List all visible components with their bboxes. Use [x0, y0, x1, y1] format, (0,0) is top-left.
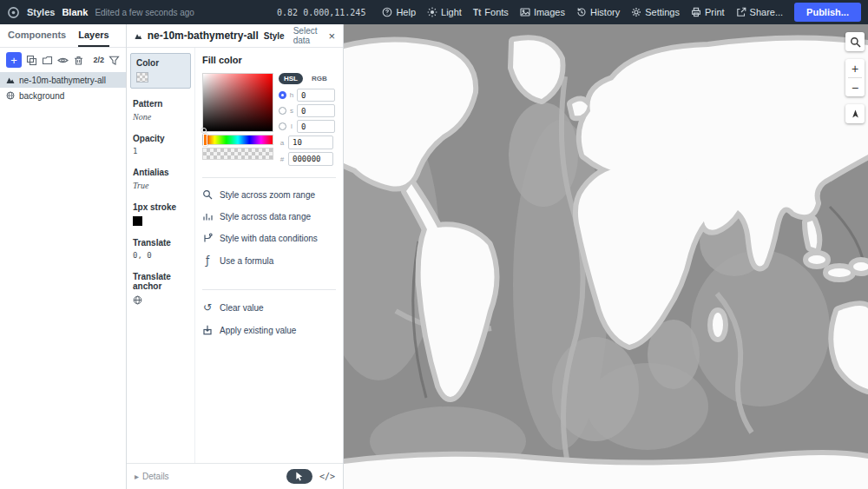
property-opacity[interactable]: Opacity 1 [133, 134, 188, 155]
property-antialias-label: Antialias [133, 168, 188, 177]
zoom-in-button[interactable]: + [845, 59, 865, 77]
group-icon[interactable] [42, 55, 53, 66]
style-across-data-option[interactable]: Style across data range [202, 211, 336, 221]
publish-button[interactable]: Publish... [794, 3, 861, 22]
saturation-input[interactable] [297, 104, 335, 117]
property-pattern-label: Pattern [133, 99, 188, 109]
filter-icon[interactable] [108, 55, 120, 66]
menu-share-label: Share... [750, 7, 784, 17]
property-list: Color Pattern None Opacity 1 Antialias T… [127, 48, 195, 463]
hue-radio[interactable] [279, 91, 286, 99]
style-with-conditions-option[interactable]: Style with data conditions [202, 233, 336, 243]
menu-settings[interactable]: Settings [631, 7, 680, 17]
menu-images-label: Images [534, 7, 565, 17]
menu-print[interactable]: Print [691, 7, 725, 17]
alpha-slider[interactable] [202, 148, 273, 160]
compass-button[interactable] [845, 104, 865, 123]
edited-label: Edited a few seconds ago [95, 8, 194, 17]
property-pattern-value: None [133, 112, 188, 122]
settings-icon [631, 7, 641, 17]
visibility-icon[interactable] [57, 55, 69, 66]
saturation-cursor[interactable] [201, 128, 207, 133]
menu-print-label: Print [705, 7, 725, 17]
property-translate-anchor[interactable]: Translate anchor [133, 272, 188, 305]
hue-slider[interactable] [202, 135, 273, 145]
map-canvas[interactable]: + − [344, 24, 868, 489]
duplicate-icon[interactable] [26, 55, 37, 66]
saturation-radio[interactable] [279, 107, 286, 115]
delete-icon[interactable] [73, 55, 84, 66]
chevron-right-icon: ▸ [135, 472, 139, 481]
clear-value-action[interactable]: ↺ Clear value [202, 301, 336, 314]
print-icon [691, 7, 701, 17]
fill-color-title: Fill color [202, 55, 336, 65]
menu-images[interactable]: Images [520, 7, 565, 17]
map-anchor-icon [133, 295, 188, 305]
alpha-input[interactable] [288, 135, 333, 149]
menu-settings-label: Settings [645, 7, 680, 17]
add-layer-button[interactable]: + [6, 52, 22, 68]
menu-help[interactable]: Help [382, 7, 416, 17]
action-label: Clear value [220, 303, 264, 313]
details-toggle[interactable]: ▸ Details [135, 472, 169, 481]
color-swatch [136, 72, 148, 83]
lightness-input[interactable] [297, 120, 335, 133]
layer-row-bathymetry[interactable]: ne-10m-bathymetry-all [0, 72, 126, 88]
hex-prefix: # [279, 155, 286, 163]
action-label: Apply existing value [220, 326, 296, 335]
hex-input[interactable] [288, 152, 333, 166]
tab-components[interactable]: Components [8, 24, 66, 47]
tab-select-data[interactable]: Select data [293, 26, 319, 45]
option-label: Use a formula [220, 256, 273, 266]
layer-name: ne-10m-bathymetry-all [19, 76, 106, 85]
studio-logo-icon[interactable] [7, 6, 20, 19]
light-icon [427, 7, 437, 17]
apply-icon [202, 325, 213, 335]
property-translate-value: 0, 0 [133, 251, 188, 260]
menu-history-label: History [590, 7, 620, 17]
hue-cursor[interactable] [203, 134, 207, 146]
lightness-radio[interactable] [279, 122, 286, 130]
menu-light[interactable]: Light [427, 7, 462, 17]
fonts-icon: Tt [473, 8, 481, 17]
tab-layers[interactable]: Layers [78, 24, 108, 47]
code-view-button[interactable]: </> [319, 472, 335, 481]
mode-rgb[interactable]: RGB [306, 73, 332, 84]
menu-fonts[interactable]: Tt Fonts [473, 7, 509, 17]
style-name[interactable]: Blank [62, 7, 88, 17]
alpha-key: a [279, 139, 286, 147]
mode-hsl[interactable]: HSL [279, 73, 303, 84]
cursor-icon [295, 472, 304, 481]
option-label: Style with data conditions [220, 234, 318, 243]
fill-color-editor: Fill color HSL RGB [195, 48, 343, 463]
menu-history[interactable]: History [576, 7, 620, 17]
divider [202, 177, 336, 178]
clear-icon: ↺ [202, 301, 213, 314]
world-map[interactable] [344, 24, 868, 489]
search-icon [850, 36, 861, 48]
zoom-out-button[interactable]: − [845, 78, 865, 96]
property-stroke[interactable]: 1px stroke [133, 202, 188, 226]
use-formula-option[interactable]: ƒ Use a formula [202, 254, 336, 267]
tab-style[interactable]: Style [264, 31, 285, 41]
saturation-picker[interactable] [202, 73, 273, 132]
layer-row-background[interactable]: background [0, 88, 126, 103]
map-position-readout: 0.82 0.000,11.245 [277, 8, 365, 17]
lightness-key: l [289, 122, 294, 130]
styles-link[interactable]: Styles [27, 7, 55, 17]
property-pattern[interactable]: Pattern None [133, 99, 188, 122]
property-color[interactable]: Color [130, 53, 191, 89]
property-antialias[interactable]: Antialias True [133, 168, 188, 190]
property-translate[interactable]: Translate 0, 0 [133, 238, 188, 260]
hue-input[interactable] [297, 89, 335, 102]
close-icon[interactable]: × [328, 30, 335, 43]
share-icon [736, 7, 746, 17]
menu-light-label: Light [441, 7, 462, 17]
search-button[interactable] [845, 32, 865, 51]
menu-share[interactable]: Share... [736, 7, 784, 17]
cursor-mode-button[interactable] [286, 469, 312, 484]
layer-count: 2/2 [93, 56, 104, 64]
style-across-zoom-option[interactable]: Style across zoom range [202, 189, 336, 200]
images-icon [520, 7, 530, 17]
apply-existing-action[interactable]: Apply existing value [202, 325, 336, 335]
